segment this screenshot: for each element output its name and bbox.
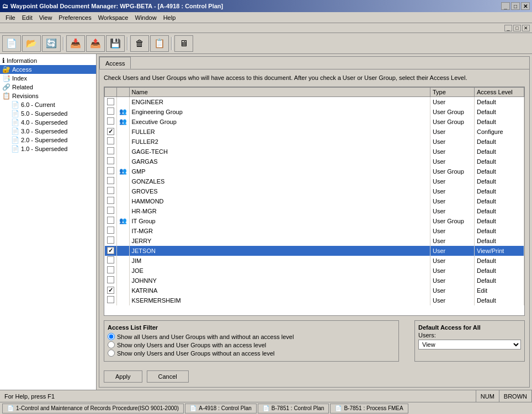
inner-close-button[interactable]: ✕	[522, 25, 530, 31]
col-check	[105, 88, 117, 97]
view-button[interactable]: 🖥	[174, 35, 193, 52]
tree-item-rev-6[interactable]: 📄 6.0 - Current	[0, 100, 96, 109]
row-checkbox[interactable]	[107, 187, 114, 194]
cancel-button[interactable]: Cancel	[147, 370, 189, 383]
row-checkbox[interactable]	[107, 296, 114, 303]
taskbar-item-1[interactable]: 📄 A-4918 : Control Plan	[185, 404, 257, 413]
inner-maximize-button[interactable]: □	[513, 25, 521, 31]
table-row[interactable]: JOHNNYUserDefault	[105, 276, 524, 286]
row-checkbox[interactable]	[107, 137, 114, 144]
table-row[interactable]: GARGASUserDefault	[105, 157, 524, 166]
minimize-button[interactable]: _	[501, 2, 510, 10]
menu-preferences[interactable]: Preferences	[55, 13, 94, 22]
row-checkbox[interactable]	[107, 167, 114, 174]
row-access-level: Default	[475, 206, 524, 216]
row-checkbox[interactable]	[107, 107, 114, 115]
row-type-icon	[116, 186, 129, 196]
table-row[interactable]: 👥Engineering GroupUser GroupDefault	[105, 107, 524, 117]
table-row[interactable]: 👥GMPUser GroupDefault	[105, 166, 524, 176]
table-row[interactable]: 👥Executive GroupUser GroupDefault	[105, 117, 524, 127]
panel-description: Check Users and User Groups who will hav…	[104, 74, 525, 82]
checkin-button[interactable]: 📥	[66, 35, 85, 52]
row-checkbox[interactable]	[107, 236, 114, 244]
access-table-container[interactable]: Name Type Access Level ENGINEERUserDefau…	[104, 87, 525, 316]
col-type: Type	[430, 88, 475, 97]
filter-section: Access List Filter Show all Users and Us…	[104, 320, 399, 362]
row-access-level: Default	[475, 157, 524, 166]
table-row[interactable]: JERRYUserDefault	[105, 236, 524, 246]
maximize-button[interactable]: □	[511, 2, 520, 10]
table-row[interactable]: HR-MGRUserDefault	[105, 206, 524, 216]
row-checkbox[interactable]	[107, 207, 114, 214]
default-access-dropdown[interactable]: View Edit Configure View/Print Default	[418, 340, 521, 350]
menu-help[interactable]: Help	[160, 13, 179, 22]
table-row[interactable]: JIMUserDefault	[105, 256, 524, 266]
table-row[interactable]: GROVESUserDefault	[105, 186, 524, 196]
tab-access[interactable]: Access	[99, 57, 131, 69]
row-checkbox[interactable]	[107, 266, 114, 273]
row-type-icon	[116, 276, 129, 286]
menu-bar: File Edit View Preferences Workspace Win…	[0, 12, 532, 23]
save-button[interactable]: 💾	[106, 35, 125, 52]
tree-item-information[interactable]: ℹ Information	[0, 56, 96, 65]
tree-item-rev-5[interactable]: 📄 5.0 - Superseded	[0, 109, 96, 118]
rev-3-icon: 📄	[11, 127, 19, 135]
table-row[interactable]: FULLER2UserDefault	[105, 137, 524, 147]
tree-item-revisions[interactable]: 📋 Revisions	[0, 92, 96, 100]
row-checkbox[interactable]	[107, 128, 114, 135]
inner-minimize-button[interactable]: _	[504, 25, 512, 31]
tree-item-index[interactable]: 📑 Index	[0, 74, 96, 83]
menu-window[interactable]: Window	[132, 13, 160, 22]
row-checkbox[interactable]	[107, 217, 114, 224]
row-checkbox[interactable]	[107, 276, 114, 283]
refresh-button[interactable]: 🔄	[42, 35, 61, 52]
row-checkbox[interactable]	[107, 227, 114, 234]
tree-item-related[interactable]: 🔗 Related	[0, 83, 96, 92]
menu-workspace[interactable]: Workspace	[95, 13, 132, 22]
apply-button[interactable]: Apply	[104, 370, 142, 383]
radio-all[interactable]	[108, 333, 115, 340]
menu-view[interactable]: View	[36, 13, 56, 22]
table-row[interactable]: GONZALESUserDefault	[105, 176, 524, 186]
taskbar-item-0[interactable]: 📄 1-Control and Maintenance of Records P…	[2, 404, 184, 413]
row-checkbox[interactable]	[107, 287, 114, 294]
menu-edit[interactable]: Edit	[19, 13, 36, 22]
row-checkbox[interactable]	[107, 177, 114, 184]
table-row[interactable]: 👥IT GroupUser GroupDefault	[105, 216, 524, 226]
radio-without[interactable]	[108, 350, 115, 357]
table-row[interactable]: KSERMERSHEIMUserDefault	[105, 295, 524, 305]
tree-item-rev-4[interactable]: 📄 4.0 - Superseded	[0, 118, 96, 127]
delete-button[interactable]: 🗑	[130, 35, 149, 52]
tree-item-rev-2[interactable]: 📄 2.0 - Superseded	[0, 136, 96, 144]
checkout-button[interactable]: 📤	[86, 35, 105, 52]
tree-item-access[interactable]: 🔐 Access	[0, 65, 96, 74]
row-checkbox[interactable]	[107, 197, 114, 204]
row-checkbox[interactable]	[107, 147, 114, 154]
radio-row-1: Show all Users and User Groups with and …	[108, 333, 395, 340]
radio-with[interactable]	[108, 341, 115, 348]
table-row[interactable]: FULLERUserConfigure	[105, 127, 524, 137]
row-checkbox[interactable]	[107, 157, 114, 164]
copy-button[interactable]: 📋	[150, 35, 169, 52]
open-button[interactable]: 📂	[22, 35, 41, 52]
tree-item-rev-1[interactable]: 📄 1.0 - Superseded	[0, 144, 96, 153]
row-access-level: Default	[475, 147, 524, 157]
table-row[interactable]: HAMMONDUserDefault	[105, 196, 524, 206]
table-row[interactable]: GAGE-TECHUserDefault	[105, 147, 524, 157]
table-row[interactable]: KATRINAUserEdit	[105, 286, 524, 295]
panel-content: Check Users and User Groups who will hav…	[99, 69, 529, 366]
table-row[interactable]: JOEUserDefault	[105, 266, 524, 276]
tree-item-rev-3[interactable]: 📄 3.0 - Superseded	[0, 127, 96, 136]
menu-file[interactable]: File	[2, 13, 19, 22]
row-checkbox[interactable]	[107, 247, 114, 254]
new-button[interactable]: 📄	[2, 35, 21, 52]
taskbar-item-3[interactable]: 📄 B-7851 : Process FMEA	[330, 404, 408, 413]
taskbar-item-2[interactable]: 📄 B-7851 : Control Plan	[258, 404, 329, 413]
row-checkbox[interactable]	[107, 256, 114, 264]
close-button[interactable]: ✕	[521, 2, 530, 10]
row-checkbox[interactable]	[107, 117, 114, 125]
table-row[interactable]: IT-MGRUserDefault	[105, 226, 524, 236]
row-checkbox[interactable]	[107, 98, 114, 105]
table-row[interactable]: ENGINEERUserDefault	[105, 97, 524, 107]
table-row[interactable]: JETSONUserView/Print	[105, 246, 524, 256]
